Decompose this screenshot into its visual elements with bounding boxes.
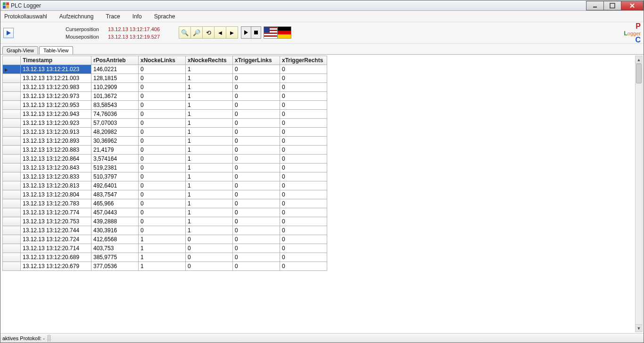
menu-sprache[interactable]: Sprache	[152, 12, 177, 21]
table-row[interactable]: 13.12.13 13:12:20.833510,37970100	[3, 172, 327, 181]
table-cell[interactable]: 412,6568	[91, 235, 139, 244]
table-row[interactable]: 13.12.13 13:12:21.003128,18150100	[3, 74, 327, 83]
table-cell[interactable]: 492,6401	[91, 181, 139, 190]
table-cell[interactable]: 0	[186, 244, 233, 253]
flag-us-button[interactable]	[264, 26, 278, 39]
table-cell[interactable]: 0	[233, 146, 280, 155]
table-cell[interactable]: 0	[280, 235, 327, 244]
table-cell[interactable]: 0	[139, 190, 186, 199]
table-cell[interactable]: 1	[186, 65, 233, 74]
table-cell[interactable]: 465,966	[91, 199, 139, 208]
table-cell[interactable]: 0	[280, 163, 327, 172]
column-header[interactable]: xNockeRechts	[186, 56, 233, 65]
table-cell[interactable]: 0	[280, 92, 327, 101]
table-cell[interactable]: 0	[280, 244, 327, 253]
table-cell[interactable]: 0	[233, 235, 280, 244]
table-row[interactable]: 13.12.13 13:12:20.89330,369620100	[3, 137, 327, 146]
table-cell[interactable]: 483,7547	[91, 190, 139, 199]
table-cell[interactable]: 0	[280, 226, 327, 235]
table-cell[interactable]: 385,9775	[91, 253, 139, 262]
row-header[interactable]	[3, 146, 21, 155]
table-cell[interactable]: 0	[233, 155, 280, 163]
table-cell[interactable]: 0	[280, 119, 327, 128]
table-cell[interactable]: 13.12.13 13:12:20.679	[21, 262, 91, 271]
table-cell[interactable]: 0	[233, 110, 280, 119]
table-cell[interactable]: 0	[139, 137, 186, 146]
table-cell[interactable]: 13.12.13 13:12:20.953	[21, 101, 91, 110]
table-cell[interactable]: 0	[280, 262, 327, 271]
table-cell[interactable]: 1	[186, 101, 233, 110]
nav-left-button[interactable]: ◄	[214, 26, 226, 39]
table-row[interactable]: 13.12.13 13:12:20.983110,29090100	[3, 83, 327, 92]
scroll-track[interactable]	[636, 64, 642, 324]
table-cell[interactable]: 377,0536	[91, 262, 139, 271]
table-cell[interactable]: 101,3672	[91, 92, 139, 101]
table-cell[interactable]: 0	[233, 199, 280, 208]
table-cell[interactable]: 1	[186, 128, 233, 137]
table-cell[interactable]: 13.12.13 13:12:20.943	[21, 110, 91, 119]
table-cell[interactable]: 0	[139, 110, 186, 119]
table-cell[interactable]: 0	[280, 199, 327, 208]
row-header[interactable]	[3, 155, 21, 163]
table-cell[interactable]: 13.12.13 13:12:20.724	[21, 235, 91, 244]
table-cell[interactable]: 1	[186, 190, 233, 199]
table-cell[interactable]: 0	[280, 181, 327, 190]
table-cell[interactable]: 0	[233, 226, 280, 235]
column-header[interactable]: xTriggerRechts	[280, 56, 327, 65]
table-row[interactable]: 13.12.13 13:12:20.95383,585430100	[3, 101, 327, 110]
table-cell[interactable]: 1	[186, 137, 233, 146]
minimize-button[interactable]	[586, 1, 604, 10]
menu-protokollauswahl[interactable]: Protokollauswahl	[2, 12, 49, 21]
table-cell[interactable]: 0	[186, 235, 233, 244]
table-cell[interactable]: 0	[233, 208, 280, 217]
table-cell[interactable]: 439,2888	[91, 217, 139, 226]
table-cell[interactable]: 0	[139, 181, 186, 190]
row-header[interactable]	[3, 244, 21, 253]
table-cell[interactable]: 0	[233, 163, 280, 172]
table-cell[interactable]: 30,36962	[91, 137, 139, 146]
table-cell[interactable]: 13.12.13 13:12:20.714	[21, 244, 91, 253]
scroll-up-arrow-icon[interactable]: ▲	[636, 56, 642, 64]
table-cell[interactable]: 0	[280, 146, 327, 155]
column-header[interactable]: xTriggerLinks	[233, 56, 280, 65]
table-cell[interactable]: 0	[139, 155, 186, 163]
table-cell[interactable]: 0	[233, 217, 280, 226]
table-cell[interactable]: 0	[280, 110, 327, 119]
table-cell[interactable]: 0	[186, 253, 233, 262]
table-cell[interactable]: 13.12.13 13:12:20.893	[21, 137, 91, 146]
table-cell[interactable]: 1	[186, 217, 233, 226]
table-row[interactable]: 13.12.13 13:12:20.8643,5741640100	[3, 155, 327, 163]
table-cell[interactable]: 0	[233, 83, 280, 92]
table-cell[interactable]: 1	[186, 163, 233, 172]
table-cell[interactable]: 83,58543	[91, 101, 139, 110]
row-header[interactable]	[3, 181, 21, 190]
flag-de-button[interactable]	[277, 26, 291, 39]
table-cell[interactable]: 13.12.13 13:12:20.883	[21, 146, 91, 155]
table-cell[interactable]: 1	[186, 83, 233, 92]
row-header[interactable]	[3, 119, 21, 128]
row-header[interactable]	[3, 74, 21, 83]
row-header[interactable]	[3, 128, 21, 137]
table-cell[interactable]: 0	[186, 262, 233, 271]
row-header[interactable]	[3, 253, 21, 262]
table-cell[interactable]: 0	[139, 217, 186, 226]
scroll-thumb[interactable]	[636, 64, 642, 83]
table-cell[interactable]: 13.12.13 13:12:20.913	[21, 128, 91, 137]
table-cell[interactable]: 48,20982	[91, 128, 139, 137]
tab-graph-view[interactable]: Graph-View	[2, 46, 38, 55]
tab-table-view[interactable]: Table-View	[39, 46, 73, 55]
table-cell[interactable]: 13.12.13 13:12:20.923	[21, 119, 91, 128]
play-button[interactable]	[3, 28, 14, 38]
table-cell[interactable]: 0	[233, 262, 280, 271]
table-cell[interactable]: 0	[280, 128, 327, 137]
table-row[interactable]: 13.12.13 13:12:20.744430,39160100	[3, 226, 327, 235]
table-cell[interactable]: 0	[139, 119, 186, 128]
table-cell[interactable]: 13.12.13 13:12:20.973	[21, 92, 91, 101]
nav-right-button[interactable]: ►	[226, 26, 238, 39]
scroll-down-arrow-icon[interactable]: ▼	[636, 324, 642, 332]
table-cell[interactable]: 0	[139, 226, 186, 235]
table-cell[interactable]: 110,2909	[91, 83, 139, 92]
row-header[interactable]	[3, 172, 21, 181]
table-cell[interactable]: 1	[139, 253, 186, 262]
table-cell[interactable]: 1	[186, 172, 233, 181]
